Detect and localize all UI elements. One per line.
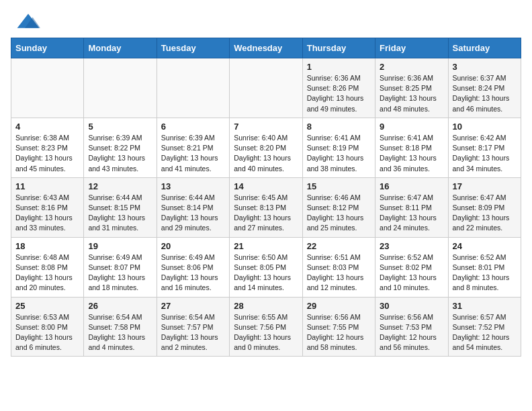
calendar-cell: 15Sunrise: 6:46 AM Sunset: 8:12 PM Dayli… <box>302 177 375 237</box>
day-info: Sunrise: 6:37 AM Sunset: 8:24 PM Dayligh… <box>453 73 517 114</box>
calendar-cell: 2Sunrise: 6:36 AM Sunset: 8:25 PM Daylig… <box>375 58 448 118</box>
calendar-cell: 5Sunrise: 6:39 AM Sunset: 8:22 PM Daylig… <box>84 118 157 177</box>
day-header-friday: Friday <box>375 38 448 58</box>
day-info: Sunrise: 6:41 AM Sunset: 8:18 PM Dayligh… <box>380 133 443 174</box>
day-number: 14 <box>234 181 298 191</box>
day-info: Sunrise: 6:55 AM Sunset: 7:56 PM Dayligh… <box>234 312 298 353</box>
calendar-cell: 10Sunrise: 6:42 AM Sunset: 8:17 PM Dayli… <box>448 118 521 177</box>
calendar-cell: 27Sunrise: 6:54 AM Sunset: 7:57 PM Dayli… <box>157 297 229 357</box>
day-info: Sunrise: 6:42 AM Sunset: 8:17 PM Dayligh… <box>453 133 517 174</box>
day-info: Sunrise: 6:47 AM Sunset: 8:11 PM Dayligh… <box>380 193 443 234</box>
calendar-cell <box>11 58 84 118</box>
day-info: Sunrise: 6:39 AM Sunset: 8:21 PM Dayligh… <box>161 133 225 174</box>
calendar-cell: 16Sunrise: 6:47 AM Sunset: 8:11 PM Dayli… <box>375 177 448 237</box>
calendar-cell: 23Sunrise: 6:52 AM Sunset: 8:02 PM Dayli… <box>375 237 448 297</box>
calendar-cell: 19Sunrise: 6:49 AM Sunset: 8:07 PM Dayli… <box>84 237 157 297</box>
calendar-cell: 14Sunrise: 6:45 AM Sunset: 8:13 PM Dayli… <box>230 177 302 237</box>
calendar-cell: 28Sunrise: 6:55 AM Sunset: 7:56 PM Dayli… <box>230 297 302 357</box>
day-number: 28 <box>234 301 298 311</box>
calendar-cell: 26Sunrise: 6:54 AM Sunset: 7:58 PM Dayli… <box>84 297 157 357</box>
day-number: 20 <box>161 241 225 251</box>
day-info: Sunrise: 6:50 AM Sunset: 8:05 PM Dayligh… <box>234 253 298 293</box>
day-number: 16 <box>380 181 443 191</box>
header-row: SundayMondayTuesdayWednesdayThursdayFrid… <box>11 38 521 58</box>
day-number: 8 <box>307 122 371 132</box>
page-header <box>0 0 532 38</box>
day-number: 12 <box>88 181 152 191</box>
calendar-cell <box>84 58 157 118</box>
day-number: 9 <box>380 122 443 132</box>
day-number: 25 <box>15 301 79 311</box>
calendar-cell: 20Sunrise: 6:49 AM Sunset: 8:06 PM Dayli… <box>157 237 229 297</box>
day-number: 22 <box>307 241 371 251</box>
day-number: 17 <box>453 181 517 191</box>
calendar-cell: 17Sunrise: 6:47 AM Sunset: 8:09 PM Dayli… <box>448 177 521 237</box>
day-info: Sunrise: 6:56 AM Sunset: 7:55 PM Dayligh… <box>307 312 371 353</box>
calendar-cell: 7Sunrise: 6:40 AM Sunset: 8:20 PM Daylig… <box>230 118 302 177</box>
calendar-cell: 1Sunrise: 6:36 AM Sunset: 8:26 PM Daylig… <box>302 58 375 118</box>
day-number: 23 <box>380 241 443 251</box>
day-header-wednesday: Wednesday <box>230 38 302 58</box>
day-number: 4 <box>15 122 79 132</box>
calendar-body: 1Sunrise: 6:36 AM Sunset: 8:26 PM Daylig… <box>11 58 521 357</box>
day-number: 26 <box>88 301 152 311</box>
day-number: 2 <box>380 62 443 72</box>
logo-icon <box>16 12 40 31</box>
calendar-cell: 12Sunrise: 6:44 AM Sunset: 8:15 PM Dayli… <box>84 177 157 237</box>
calendar-cell: 6Sunrise: 6:39 AM Sunset: 8:21 PM Daylig… <box>157 118 229 177</box>
day-number: 6 <box>161 122 225 132</box>
calendar-cell: 9Sunrise: 6:41 AM Sunset: 8:18 PM Daylig… <box>375 118 448 177</box>
day-header-sunday: Sunday <box>11 38 84 58</box>
calendar-week-1: 4Sunrise: 6:38 AM Sunset: 8:23 PM Daylig… <box>11 118 521 177</box>
calendar-cell: 21Sunrise: 6:50 AM Sunset: 8:05 PM Dayli… <box>230 237 302 297</box>
day-info: Sunrise: 6:46 AM Sunset: 8:12 PM Dayligh… <box>307 193 371 234</box>
day-info: Sunrise: 6:45 AM Sunset: 8:13 PM Dayligh… <box>234 193 298 234</box>
day-number: 29 <box>307 301 371 311</box>
day-info: Sunrise: 6:48 AM Sunset: 8:08 PM Dayligh… <box>15 253 79 293</box>
day-number: 27 <box>161 301 225 311</box>
day-info: Sunrise: 6:41 AM Sunset: 8:19 PM Dayligh… <box>307 133 371 174</box>
day-number: 18 <box>15 241 79 251</box>
calendar-cell: 25Sunrise: 6:53 AM Sunset: 8:00 PM Dayli… <box>11 297 84 357</box>
calendar-table: SundayMondayTuesdayWednesdayThursdayFrid… <box>11 38 521 357</box>
calendar-week-3: 18Sunrise: 6:48 AM Sunset: 8:08 PM Dayli… <box>11 237 521 297</box>
day-header-thursday: Thursday <box>302 38 375 58</box>
day-info: Sunrise: 6:49 AM Sunset: 8:07 PM Dayligh… <box>88 253 152 293</box>
day-info: Sunrise: 6:57 AM Sunset: 7:52 PM Dayligh… <box>453 312 517 353</box>
day-info: Sunrise: 6:49 AM Sunset: 8:06 PM Dayligh… <box>161 253 225 293</box>
day-number: 24 <box>453 241 517 251</box>
day-info: Sunrise: 6:54 AM Sunset: 7:58 PM Dayligh… <box>88 312 152 353</box>
day-number: 19 <box>88 241 152 251</box>
calendar-cell: 30Sunrise: 6:56 AM Sunset: 7:53 PM Dayli… <box>375 297 448 357</box>
day-number: 31 <box>453 301 517 311</box>
calendar-cell <box>157 58 229 118</box>
day-info: Sunrise: 6:39 AM Sunset: 8:22 PM Dayligh… <box>88 133 152 174</box>
day-number: 10 <box>453 122 517 132</box>
calendar-cell: 31Sunrise: 6:57 AM Sunset: 7:52 PM Dayli… <box>448 297 521 357</box>
day-info: Sunrise: 6:52 AM Sunset: 8:02 PM Dayligh… <box>380 253 443 293</box>
calendar-cell: 4Sunrise: 6:38 AM Sunset: 8:23 PM Daylig… <box>11 118 84 177</box>
calendar-week-2: 11Sunrise: 6:43 AM Sunset: 8:16 PM Dayli… <box>11 177 521 237</box>
day-header-monday: Monday <box>84 38 157 58</box>
day-info: Sunrise: 6:52 AM Sunset: 8:01 PM Dayligh… <box>453 253 517 293</box>
day-info: Sunrise: 6:44 AM Sunset: 8:15 PM Dayligh… <box>88 193 152 234</box>
day-header-tuesday: Tuesday <box>157 38 229 58</box>
calendar-cell: 24Sunrise: 6:52 AM Sunset: 8:01 PM Dayli… <box>448 237 521 297</box>
logo <box>16 12 43 31</box>
day-info: Sunrise: 6:53 AM Sunset: 8:00 PM Dayligh… <box>15 312 79 353</box>
day-number: 15 <box>307 181 371 191</box>
calendar-week-4: 25Sunrise: 6:53 AM Sunset: 8:00 PM Dayli… <box>11 297 521 357</box>
day-info: Sunrise: 6:44 AM Sunset: 8:14 PM Dayligh… <box>161 193 225 234</box>
day-number: 21 <box>234 241 298 251</box>
day-header-saturday: Saturday <box>448 38 521 58</box>
calendar-cell: 11Sunrise: 6:43 AM Sunset: 8:16 PM Dayli… <box>11 177 84 237</box>
calendar-cell: 29Sunrise: 6:56 AM Sunset: 7:55 PM Dayli… <box>302 297 375 357</box>
day-info: Sunrise: 6:47 AM Sunset: 8:09 PM Dayligh… <box>453 193 517 234</box>
day-info: Sunrise: 6:54 AM Sunset: 7:57 PM Dayligh… <box>161 312 225 353</box>
calendar-cell: 8Sunrise: 6:41 AM Sunset: 8:19 PM Daylig… <box>302 118 375 177</box>
day-info: Sunrise: 6:56 AM Sunset: 7:53 PM Dayligh… <box>380 312 443 353</box>
day-info: Sunrise: 6:51 AM Sunset: 8:03 PM Dayligh… <box>307 253 371 293</box>
calendar-cell: 18Sunrise: 6:48 AM Sunset: 8:08 PM Dayli… <box>11 237 84 297</box>
day-number: 3 <box>453 62 517 72</box>
day-number: 11 <box>15 181 79 191</box>
